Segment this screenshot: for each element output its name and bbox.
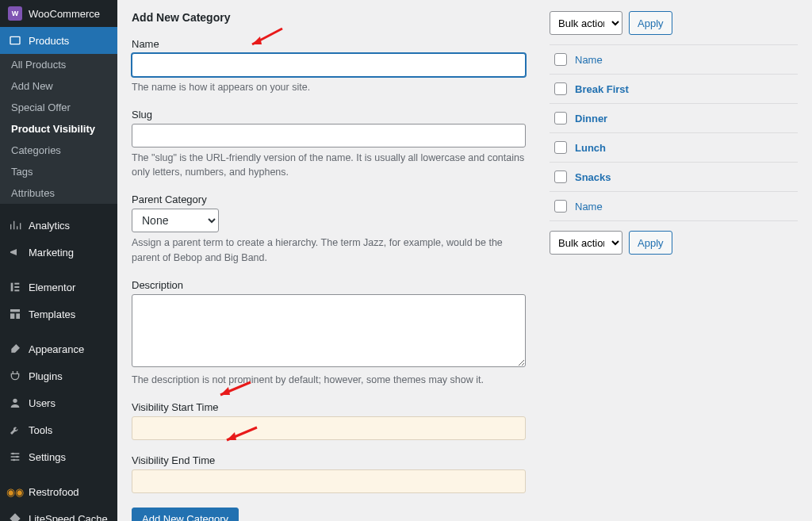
menu-label: Settings [29,451,66,463]
submenu-tags[interactable]: Tags [0,161,117,182]
submenu-all-products[interactable]: All Products [0,54,117,75]
category-link[interactable]: Break First [575,83,629,95]
field-slug: Slug The "slug" is the URL-friendly vers… [132,109,526,179]
field-visibility-start: Visibility Start Time [132,401,526,440]
submenu-special-offer[interactable]: Special Offer [0,97,117,118]
page-title: Add New Category [132,11,526,24]
menu-users[interactable]: Users [0,389,117,416]
category-row: Break First [550,75,798,104]
category-link[interactable]: Lunch [575,142,606,154]
field-parent-category: Parent Category None Assign a parent ter… [132,193,526,264]
wrench-icon [8,423,22,437]
select-all-checkbox[interactable] [554,200,567,213]
category-table-header: Name [550,44,798,75]
menu-analytics[interactable]: Analytics [0,212,117,239]
category-row: Snacks [550,163,798,192]
submenu-product-visibility[interactable]: Product Visibility [0,118,117,140]
visibility-end-label: Visibility End Time [132,454,526,466]
description-label: Description [132,279,526,291]
menu-woocommerce[interactable]: W WooCommerce [0,0,117,27]
submenu-attributes[interactable]: Attributes [0,182,117,204]
bulk-actions-select[interactable]: Bulk actions [550,231,622,255]
category-row: Dinner [550,104,798,133]
menu-settings[interactable]: Settings [0,443,117,470]
category-list-panel: Bulk actions Apply Name Break First Dinn… [550,11,798,510]
menu-products[interactable]: Products [0,27,117,54]
row-checkbox[interactable] [554,170,567,183]
category-link[interactable]: Dinner [575,113,607,125]
sliders-icon [8,450,22,464]
woo-icon: W [8,6,22,21]
menu-tools[interactable]: Tools [0,416,117,443]
slug-input[interactable] [132,124,526,147]
apply-button[interactable]: Apply [629,11,672,35]
menu-restrofood[interactable]: ◉◉ Restrofood [0,478,117,505]
submenu-add-new[interactable]: Add New [0,75,117,97]
add-category-form: Add New Category Name The name is how it… [132,11,526,510]
menu-marketing[interactable]: Marketing [0,239,117,266]
svg-rect-4 [14,289,19,291]
menu-elementor[interactable]: Elementor [0,274,117,301]
parent-label: Parent Category [132,193,526,205]
menu-label: Restrofood [29,486,79,498]
svg-rect-7 [16,313,20,319]
menu-label: Tools [29,424,52,436]
category-row: Lunch [550,133,798,163]
menu-label: Plugins [29,370,63,382]
svg-rect-2 [14,283,19,285]
slug-label: Slug [132,109,526,121]
name-label: Name [132,38,526,50]
select-all-checkbox[interactable] [554,53,567,66]
menu-appearance[interactable]: Appearance [0,335,117,362]
menu-label: Marketing [29,247,74,259]
main-content: Add New Category Name The name is how it… [117,0,812,521]
row-checkbox[interactable] [554,82,567,95]
visibility-end-input[interactable] [132,469,526,493]
apply-button[interactable]: Apply [629,231,672,255]
field-visibility-end: Visibility End Time [132,454,526,493]
row-checkbox[interactable] [554,141,567,154]
name-help: The name is how it appears on your site. [132,80,526,94]
menu-litespeed[interactable]: LiteSpeed Cache [0,505,117,521]
column-name-footer[interactable]: Name [575,201,603,213]
megaphone-icon [8,245,22,259]
svg-point-10 [16,456,18,458]
menu-label: Analytics [29,220,70,232]
menu-label: Appearance [29,343,84,355]
brush-icon [8,342,22,356]
menu-plugins[interactable]: Plugins [0,362,117,389]
name-input[interactable] [132,53,526,77]
user-icon [8,396,22,410]
litespeed-icon [8,511,22,521]
field-description: Description The description is not promi… [132,279,526,387]
menu-label: Products [29,35,69,47]
column-name-header[interactable]: Name [575,54,603,66]
field-name: Name The name is how it appears on your … [132,38,526,94]
plug-icon [8,369,22,383]
elementor-icon [8,280,22,294]
category-link[interactable]: Snacks [575,171,611,183]
parent-category-select[interactable]: None [132,209,219,232]
slug-help: The "slug" is the URL-friendly version o… [132,151,526,179]
visibility-start-label: Visibility Start Time [132,401,526,413]
bulk-actions-bottom: Bulk actions Apply [550,231,798,255]
menu-label: Templates [29,308,75,320]
svg-rect-6 [10,313,14,319]
row-checkbox[interactable] [554,112,567,125]
menu-templates[interactable]: Templates [0,301,117,328]
category-table-footer: Name [550,192,798,221]
submenu-categories[interactable]: Categories [0,140,117,161]
description-help: The description is not prominent by defa… [132,373,526,387]
add-new-category-button[interactable]: Add New Category [132,508,239,521]
svg-point-9 [12,453,14,455]
menu-label: Elementor [29,282,75,293]
visibility-start-input[interactable] [132,416,526,440]
templates-icon [8,307,22,321]
bulk-actions-select[interactable]: Bulk actions [550,11,622,35]
parent-help: Assign a parent term to create a hierarc… [132,236,526,264]
menu-label: LiteSpeed Cache [29,513,108,522]
svg-rect-1 [11,283,13,292]
products-icon [8,33,22,48]
description-textarea[interactable] [132,294,526,367]
svg-rect-0 [10,36,20,44]
